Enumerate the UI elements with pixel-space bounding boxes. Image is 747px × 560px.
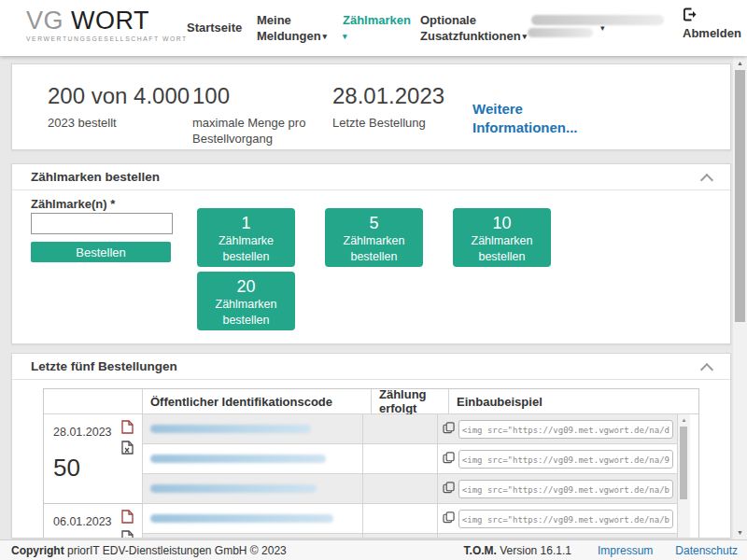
pdf-download-icon[interactable] (121, 420, 134, 438)
version-text: T.O.M. Version 16.1.1 (464, 544, 571, 557)
embed-code-input[interactable]: <img src="https://vg09.met.vgwort.de/na/… (458, 480, 673, 498)
order-date: 28.01.2023 (53, 426, 112, 439)
copy-icon[interactable] (443, 451, 455, 468)
identification-code-cell (143, 504, 362, 533)
copyright-text: Copyright priorIT EDV-Dienstleistungen G… (11, 544, 287, 557)
collapse-icon[interactable] (700, 174, 713, 187)
table-body: 28.01.2023 50 06.01.2023 (44, 414, 698, 539)
col-einbaubeispiel: Einbaubeispiel (448, 389, 698, 413)
table-scrollbar-thumb[interactable] (680, 427, 687, 499)
chevron-down-icon: ▾ (343, 32, 347, 41)
user-menu[interactable]: ▾ (528, 12, 668, 42)
stats-panel: 200 von 4.000 2023 bestellt 100 maximale… (11, 63, 731, 150)
quick-order-20-button[interactable]: 20 Zählmarken bestellen (197, 272, 295, 330)
count-cell (362, 414, 437, 443)
quantity-input[interactable] (31, 213, 173, 234)
orders-table: Öffentlicher Identifikationscode Zählung… (43, 388, 699, 539)
collapse-icon[interactable] (700, 363, 713, 376)
scroll-up-icon[interactable]: ▲ (733, 60, 747, 66)
stat-ordered-label: 2023 bestellt (48, 115, 190, 131)
copy-icon[interactable] (443, 421, 455, 438)
scroll-down-icon[interactable]: ▼ (733, 529, 747, 536)
more-info-link[interactable]: Weitere Informationen... (472, 100, 603, 137)
nav-startseite[interactable]: Startseite (187, 20, 242, 35)
stat-max-per-order: 100 maximale Menge pro Bestellvorgang (192, 83, 323, 147)
identification-code-cell (143, 474, 362, 503)
embed-cell: <img src="https://vg09.met.vgwort.de/na/… (437, 474, 677, 503)
embed-cell: <img src="https://vg09.met.vgwort.de/na/… (437, 444, 677, 473)
vgwort-logo[interactable]: VG WORT VERWERTUNGSGESELLSCHAFT WORT (26, 7, 188, 42)
order-section-header[interactable]: Zählmarken bestellen (12, 164, 730, 190)
col-identifikationscode: Öffentlicher Identifikationscode (142, 389, 371, 413)
last-orders-title: Letzte fünf Bestellungen (31, 359, 177, 373)
redacted-code (150, 514, 333, 523)
embed-cell: <img src="https://vg09.met.vgwort.de/na/… (437, 504, 677, 533)
redacted-code (150, 484, 317, 493)
top-header: VG WORT VERWERTUNGSGESELLSCHAFT WORT Sta… (0, 0, 747, 56)
quick-order-5-button[interactable]: 5 Zählmarken bestellen (325, 208, 423, 267)
page-footer: Copyright priorIT EDV-Dienstleistungen G… (0, 539, 747, 560)
nav-zaehlmarken[interactable]: Zählmarken ▾ (343, 12, 411, 45)
excel-download-icon[interactable] (121, 530, 134, 539)
table-row: <img src="https://vg09.met.vgwort.de/na/… (143, 444, 677, 474)
redacted-username (531, 15, 664, 25)
required-mark: * (110, 197, 115, 211)
embed-cell: <img src="https://vg09.met.vgwort.de/na/… (437, 414, 677, 443)
redacted-code (150, 455, 326, 463)
table-row: <img src="https://vg09.met.vgwort.de/na/… (143, 534, 677, 539)
count-cell (362, 444, 437, 473)
stat-ordered: 200 von 4.000 2023 bestellt (48, 83, 190, 131)
chevron-down-icon: ▾ (323, 32, 328, 41)
order-date: 06.01.2023 (53, 515, 112, 528)
stat-ordered-value: 200 von 4.000 (48, 83, 190, 109)
embed-code-input[interactable]: <img src="https://vg09.met.vgwort.de/na/… (458, 420, 673, 439)
copy-icon[interactable] (443, 481, 455, 497)
stat-last-label: Letzte Bestellung (332, 115, 463, 131)
last-orders-section: Letzte fünf Bestellungen Öffentlicher Id… (11, 353, 731, 539)
quick-order-1-button[interactable]: 1 Zählmarke bestellen (197, 208, 295, 267)
nav-optionale-zusatzfunktionen[interactable]: Optionale Zusatzfunktionen▾ (420, 12, 527, 45)
redacted-code (150, 425, 311, 433)
quantity-label: Zählmarke(n) * (31, 197, 115, 211)
table-row: <img src="https://vg09.met.vgwort.de/na/… (143, 474, 677, 504)
chevron-down-icon: ▾ (600, 23, 605, 33)
count-cell (362, 474, 437, 503)
logout-button[interactable]: Abmelden (683, 7, 739, 40)
code-rows: <img src="https://vg09.met.vgwort.de/na/… (142, 414, 677, 539)
embed-code-input[interactable]: <img src="https://vg09.met.vgwort.de/na/… (458, 450, 673, 469)
table-row: <img src="https://vg09.met.vgwort.de/na/… (143, 504, 677, 534)
excel-download-icon[interactable] (121, 441, 134, 458)
page-scrollbar[interactable]: ▲ ▼ (733, 56, 747, 539)
table-scrollbar[interactable]: ▲ (677, 414, 690, 539)
logout-icon (683, 8, 698, 24)
stat-last-value: 28.01.2023 (332, 83, 463, 109)
pdf-download-icon[interactable] (121, 510, 134, 527)
date-column: 28.01.2023 50 06.01.2023 (44, 414, 142, 539)
identification-code-cell (143, 444, 362, 473)
copy-icon[interactable] (443, 511, 455, 527)
embed-cell: <img src="https://vg09.met.vgwort.de/na/… (437, 534, 677, 539)
count-cell (362, 534, 437, 539)
col-zaehlung-erfolgt: Zählung erfolgt (371, 389, 448, 413)
datenschutz-link[interactable]: Datenschutz (675, 544, 738, 557)
stat-max-label: maximale Menge pro Bestellvorgang (192, 115, 323, 147)
chevron-down-icon: ▾ (523, 32, 528, 41)
last-orders-header[interactable]: Letzte fünf Bestellungen (12, 354, 730, 380)
logo-text: VG WORT (26, 7, 188, 35)
count-cell (362, 504, 437, 533)
order-group-1: 28.01.2023 50 (44, 414, 142, 504)
quick-order-10-button[interactable]: 10 Zählmarken bestellen (453, 208, 551, 267)
table-row: <img src="https://vg09.met.vgwort.de/na/… (143, 414, 677, 444)
identification-code-cell (143, 414, 362, 443)
redacted-account (528, 28, 593, 37)
order-submit-button[interactable]: Bestellen (31, 242, 171, 262)
stat-last-order: 28.01.2023 Letzte Bestellung (332, 83, 463, 131)
scroll-up-icon[interactable]: ▲ (678, 417, 690, 423)
nav-meine-meldungen[interactable]: Meine Meldungen▾ (257, 12, 327, 45)
logo-subtitle: VERWERTUNGSGESELLSCHAFT WORT (26, 35, 188, 42)
order-section: Zählmarken bestellen Zählmarke(n) * Best… (11, 163, 731, 344)
page-scrollbar-thumb[interactable] (735, 70, 745, 322)
impressum-link[interactable]: Impressum (598, 544, 653, 557)
embed-code-input[interactable]: <img src="https://vg09.met.vgwort.de/na/… (458, 510, 673, 528)
order-section-title: Zählmarken bestellen (31, 170, 160, 184)
